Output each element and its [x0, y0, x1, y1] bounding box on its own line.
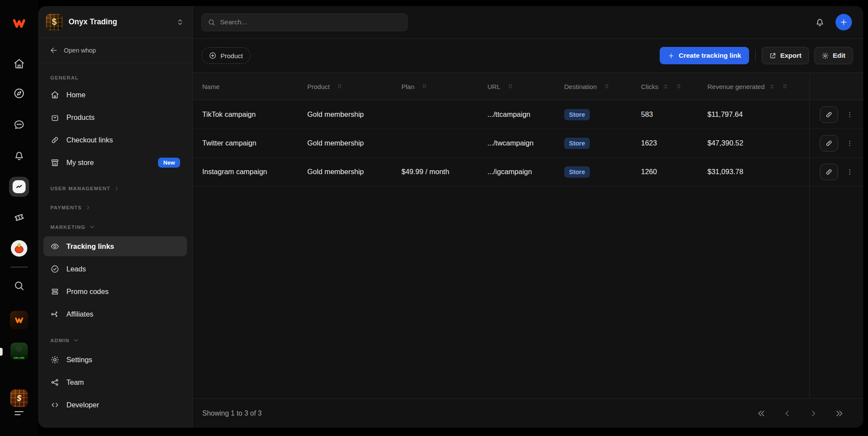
- actions-column-separator: [809, 73, 810, 398]
- sidebar-item-label: Settings: [66, 356, 92, 364]
- last-page-button[interactable]: [835, 409, 844, 418]
- sidebar-item-developer[interactable]: Developer: [43, 395, 187, 415]
- discover-compass-icon[interactable]: [13, 87, 25, 99]
- cell-url: .../igcampaign: [487, 168, 564, 176]
- menu-lines-icon[interactable]: [13, 407, 25, 419]
- product-filter-chip[interactable]: Product: [201, 47, 250, 64]
- sidebar-item-settings[interactable]: Settings: [43, 350, 187, 370]
- create-tracking-link-button[interactable]: Create tracking link: [660, 47, 749, 64]
- sidebar-item-leads[interactable]: Leads: [43, 259, 187, 279]
- destination-badge: Store: [564, 166, 590, 178]
- drag-handle-icon[interactable]: ⠿: [338, 83, 342, 90]
- cell-plan: $49.99 / month: [401, 168, 487, 176]
- community-avatar-green[interactable]: ONLINE: [10, 343, 28, 360]
- sidebar-item-products[interactable]: Products: [43, 107, 187, 127]
- ticket-icon[interactable]: [13, 211, 25, 223]
- table-header-row: Name Product⠿ Plan⠿ URL⠿ Destination⠿ Cl…: [193, 73, 863, 100]
- messages-icon[interactable]: [13, 119, 25, 131]
- link-icon: [825, 168, 833, 176]
- sort-icon[interactable]: [769, 83, 775, 90]
- drag-handle-icon[interactable]: ⠿: [422, 83, 426, 90]
- pagination: [756, 409, 844, 418]
- search-input[interactable]: [220, 18, 401, 26]
- app-panel: $ Onyx Trading Open whop GENERAL Home Pr…: [38, 6, 863, 428]
- table-row[interactable]: TikTok campaign Gold membership .../ttca…: [193, 100, 863, 129]
- workspace-switcher[interactable]: $ Onyx Trading: [38, 6, 192, 38]
- row-menu-button[interactable]: [846, 168, 854, 176]
- section-user-management[interactable]: USER MANAGEMENT: [50, 185, 180, 192]
- cell-product: Gold membership: [307, 110, 401, 119]
- col-header-product: Product: [307, 83, 330, 90]
- cell-product: Gold membership: [307, 168, 401, 176]
- sidebar-item-team[interactable]: Team: [43, 372, 187, 392]
- section-admin[interactable]: ADMIN: [50, 337, 180, 344]
- sidebar-item-checkout-links[interactable]: Checkout links: [43, 130, 187, 150]
- sidebar-item-label: Team: [66, 378, 84, 386]
- section-payments[interactable]: PAYMENTS: [50, 205, 180, 211]
- drag-handle-icon[interactable]: ⠿: [783, 83, 787, 90]
- plus-icon: [839, 18, 848, 26]
- export-button[interactable]: Export: [762, 47, 809, 64]
- share-nodes-icon: [50, 378, 59, 387]
- home-icon[interactable]: [13, 58, 25, 70]
- search-box[interactable]: [201, 13, 408, 31]
- notifications-bell-icon[interactable]: [815, 17, 825, 27]
- edit-button[interactable]: Edit: [814, 47, 853, 64]
- arrow-left-icon: [49, 46, 58, 55]
- toolbar: Product Create tracking link Export Edit: [193, 39, 863, 73]
- row-menu-button[interactable]: [846, 111, 854, 119]
- rail-item-dashboard-selected[interactable]: [9, 177, 29, 197]
- destination-badge: Store: [564, 138, 590, 149]
- copy-link-button[interactable]: [820, 164, 838, 180]
- drag-handle-icon[interactable]: ⠿: [605, 83, 608, 90]
- code-icon: [50, 400, 59, 410]
- section-marketing[interactable]: MARKETING: [50, 224, 180, 230]
- open-whop-link[interactable]: Open whop: [38, 38, 192, 63]
- cell-name: Twitter campaign: [202, 139, 307, 147]
- sidebar-item-affiliates[interactable]: Affiliates: [43, 304, 187, 324]
- link-icon: [825, 139, 833, 147]
- sidebar-item-promo-codes[interactable]: Promo codes: [43, 281, 187, 301]
- drag-handle-icon[interactable]: ⠿: [508, 83, 512, 90]
- sidebar-item-tracking-links[interactable]: Tracking links: [43, 236, 187, 256]
- sort-icon[interactable]: [663, 83, 669, 90]
- gear-icon: [822, 52, 829, 59]
- eye-icon: [50, 242, 59, 251]
- prev-page-button[interactable]: [783, 409, 792, 418]
- product-filter-label: Product: [220, 52, 243, 59]
- sidebar-item-label: Home: [66, 91, 85, 99]
- drag-handle-icon[interactable]: ⠿: [677, 83, 681, 90]
- workspace-name: Onyx Trading: [69, 17, 170, 26]
- row-menu-button[interactable]: [846, 139, 854, 147]
- col-header-plan: Plan: [401, 83, 414, 90]
- rail-divider: [10, 267, 28, 268]
- chevron-down-icon: [73, 337, 79, 344]
- copy-link-button[interactable]: [820, 106, 838, 123]
- community-avatar-fire[interactable]: $: [10, 390, 28, 407]
- search-icon[interactable]: [13, 280, 25, 292]
- search-icon: [207, 18, 216, 26]
- community-avatar-red[interactable]: [11, 240, 27, 257]
- main-content: Product Create tracking link Export Edit: [193, 6, 863, 428]
- open-whop-label: Open whop: [64, 47, 96, 54]
- plus-circle-icon: [209, 52, 217, 59]
- table-row[interactable]: Instagram campaign Gold membership $49.9…: [193, 158, 863, 186]
- branch-share-icon: [50, 310, 59, 319]
- cell-clicks: 1260: [641, 168, 707, 176]
- sidebar-item-label: Promo codes: [66, 287, 108, 296]
- table-row[interactable]: Twitter campaign Gold membership .../twc…: [193, 129, 863, 158]
- create-new-button[interactable]: [835, 14, 852, 30]
- cell-revenue: $11,797.64: [707, 110, 810, 119]
- col-header-destination: Destination: [564, 83, 597, 90]
- next-page-button[interactable]: [809, 409, 818, 418]
- sidebar-item-label: Products: [66, 113, 95, 122]
- copy-link-button[interactable]: [820, 135, 838, 152]
- cell-name: Instagram campaign: [202, 168, 307, 176]
- home-icon: [50, 90, 59, 99]
- first-page-button[interactable]: [756, 409, 766, 418]
- notifications-bell-icon[interactable]: [13, 149, 25, 162]
- sidebar-item-home[interactable]: Home: [43, 85, 187, 105]
- sidebar-item-my-store[interactable]: My store New: [43, 152, 187, 172]
- whop-app-avatar[interactable]: [10, 311, 28, 329]
- whop-logo-icon[interactable]: [10, 17, 28, 30]
